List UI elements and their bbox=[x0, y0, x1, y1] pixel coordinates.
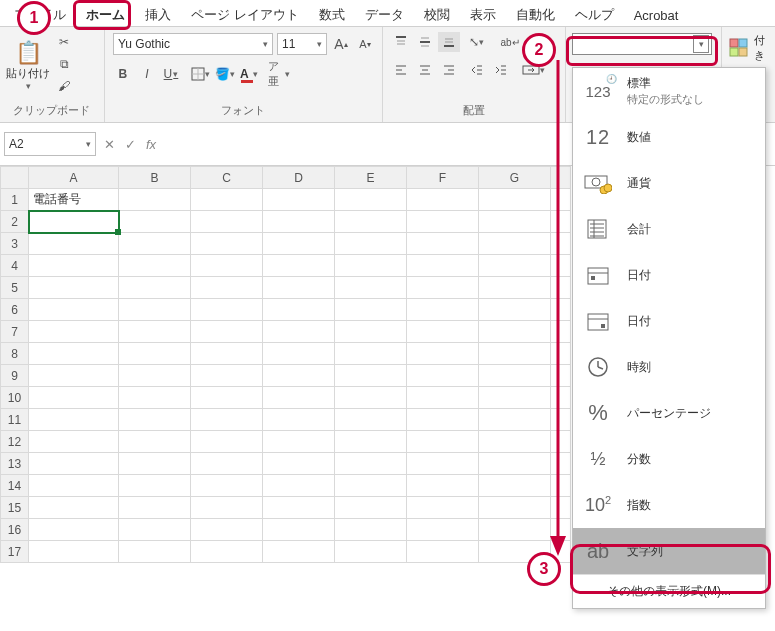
tab-automate[interactable]: 自動化 bbox=[506, 2, 565, 28]
align-bottom-button[interactable] bbox=[438, 32, 460, 52]
cell-F2[interactable] bbox=[407, 211, 479, 233]
cell-A6[interactable] bbox=[29, 299, 119, 321]
cell-A16[interactable] bbox=[29, 519, 119, 541]
cell-B17[interactable] bbox=[119, 541, 191, 563]
cell-D14[interactable] bbox=[263, 475, 335, 497]
increase-indent-button[interactable] bbox=[490, 60, 512, 80]
cell-E10[interactable] bbox=[335, 387, 407, 409]
tab-formulas[interactable]: 数式 bbox=[309, 2, 355, 28]
tab-review[interactable]: 校閲 bbox=[414, 2, 460, 28]
cell-E6[interactable] bbox=[335, 299, 407, 321]
tab-view[interactable]: 表示 bbox=[460, 2, 506, 28]
italic-button[interactable]: I bbox=[136, 64, 158, 84]
cell-B5[interactable] bbox=[119, 277, 191, 299]
cell-D4[interactable] bbox=[263, 255, 335, 277]
fmt-item-accounting[interactable]: 会計 bbox=[573, 206, 765, 252]
cell-G9[interactable] bbox=[479, 365, 551, 387]
cell-A9[interactable] bbox=[29, 365, 119, 387]
cell-B16[interactable] bbox=[119, 519, 191, 541]
cancel-button[interactable]: ✕ bbox=[104, 137, 115, 152]
fmt-item-text[interactable]: ab文字列 bbox=[573, 528, 765, 574]
cell-A5[interactable] bbox=[29, 277, 119, 299]
cell-D8[interactable] bbox=[263, 343, 335, 365]
row-header-3[interactable]: 3 bbox=[1, 233, 29, 255]
cell-C3[interactable] bbox=[191, 233, 263, 255]
cell-A11[interactable] bbox=[29, 409, 119, 431]
cell-G7[interactable] bbox=[479, 321, 551, 343]
cell-G16[interactable] bbox=[479, 519, 551, 541]
cell-E2[interactable] bbox=[335, 211, 407, 233]
cell-D6[interactable] bbox=[263, 299, 335, 321]
cell-D13[interactable] bbox=[263, 453, 335, 475]
row-header-17[interactable]: 17 bbox=[1, 541, 29, 563]
col-header-E[interactable]: E bbox=[335, 167, 407, 189]
cell-G10[interactable] bbox=[479, 387, 551, 409]
cell-A8[interactable] bbox=[29, 343, 119, 365]
row-header-16[interactable]: 16 bbox=[1, 519, 29, 541]
format-painter-button[interactable]: 🖌 bbox=[53, 76, 75, 96]
col-header-B[interactable]: B bbox=[119, 167, 191, 189]
cell-D5[interactable] bbox=[263, 277, 335, 299]
cell-A15[interactable] bbox=[29, 497, 119, 519]
align-top-button[interactable] bbox=[390, 32, 412, 52]
cell-E16[interactable] bbox=[335, 519, 407, 541]
cell-A13[interactable] bbox=[29, 453, 119, 475]
cell-F17[interactable] bbox=[407, 541, 479, 563]
fmt-more-formats[interactable]: その他の表示形式(M)... bbox=[573, 574, 765, 608]
align-right-button[interactable] bbox=[438, 60, 460, 80]
cell-C16[interactable] bbox=[191, 519, 263, 541]
cell-A4[interactable] bbox=[29, 255, 119, 277]
copy-button[interactable]: ⧉ bbox=[53, 54, 75, 74]
cell-F14[interactable] bbox=[407, 475, 479, 497]
enter-button[interactable]: ✓ bbox=[125, 137, 136, 152]
cell-D3[interactable] bbox=[263, 233, 335, 255]
cell-E11[interactable] bbox=[335, 409, 407, 431]
decrease-indent-button[interactable] bbox=[466, 60, 488, 80]
cell-B15[interactable] bbox=[119, 497, 191, 519]
cell-F13[interactable] bbox=[407, 453, 479, 475]
fmt-item-scientific[interactable]: 102指数 bbox=[573, 482, 765, 528]
cell-C12[interactable] bbox=[191, 431, 263, 453]
cell-D1[interactable] bbox=[263, 189, 335, 211]
cell-F15[interactable] bbox=[407, 497, 479, 519]
cell-G5[interactable] bbox=[479, 277, 551, 299]
row-header-1[interactable]: 1 bbox=[1, 189, 29, 211]
col-header-F[interactable]: F bbox=[407, 167, 479, 189]
increase-font-button[interactable]: A▴ bbox=[330, 34, 352, 54]
cell-C9[interactable] bbox=[191, 365, 263, 387]
cell-E5[interactable] bbox=[335, 277, 407, 299]
row-header-4[interactable]: 4 bbox=[1, 255, 29, 277]
cell-B12[interactable] bbox=[119, 431, 191, 453]
row-header-8[interactable]: 8 bbox=[1, 343, 29, 365]
align-middle-button[interactable] bbox=[414, 32, 436, 52]
cell-A12[interactable] bbox=[29, 431, 119, 453]
fmt-item-general[interactable]: 🕘123標準特定の形式なし bbox=[573, 68, 765, 114]
decrease-font-button[interactable]: A▾ bbox=[354, 34, 376, 54]
cell-F5[interactable] bbox=[407, 277, 479, 299]
row-header-15[interactable]: 15 bbox=[1, 497, 29, 519]
cell-E4[interactable] bbox=[335, 255, 407, 277]
cell-B3[interactable] bbox=[119, 233, 191, 255]
cell-D17[interactable] bbox=[263, 541, 335, 563]
col-header-C[interactable]: C bbox=[191, 167, 263, 189]
cell-D12[interactable] bbox=[263, 431, 335, 453]
font-size-select[interactable]: 11 ▾ bbox=[277, 33, 327, 55]
tab-insert[interactable]: 挿入 bbox=[135, 2, 181, 28]
cell-C6[interactable] bbox=[191, 299, 263, 321]
cell-G1[interactable] bbox=[479, 189, 551, 211]
cell-E17[interactable] bbox=[335, 541, 407, 563]
tab-data[interactable]: データ bbox=[355, 2, 414, 28]
cell-F11[interactable] bbox=[407, 409, 479, 431]
phonetic-button[interactable]: ア亜 ▾ bbox=[268, 64, 290, 84]
cell-A17[interactable] bbox=[29, 541, 119, 563]
col-header-A[interactable]: A bbox=[29, 167, 119, 189]
cell-D7[interactable] bbox=[263, 321, 335, 343]
cell-G12[interactable] bbox=[479, 431, 551, 453]
tab-acrobat[interactable]: Acrobat bbox=[624, 4, 689, 27]
cell-E7[interactable] bbox=[335, 321, 407, 343]
name-box[interactable]: A2 ▾ bbox=[4, 132, 96, 156]
number-format-select[interactable]: ▾ bbox=[572, 33, 712, 55]
cell-B6[interactable] bbox=[119, 299, 191, 321]
conditional-formatting-button[interactable] bbox=[729, 37, 751, 59]
tab-home[interactable]: ホーム bbox=[76, 2, 135, 28]
